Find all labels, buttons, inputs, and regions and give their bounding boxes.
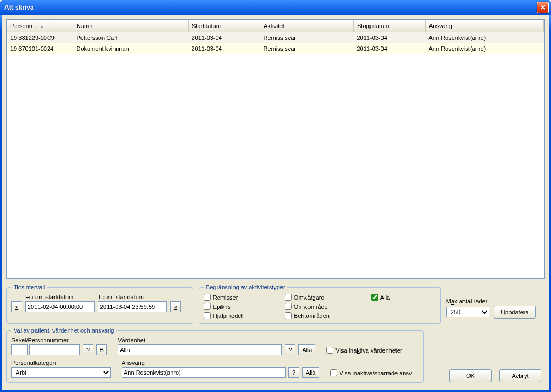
ansvarig-lookup-button[interactable]: ? (288, 367, 299, 378)
close-icon[interactable]: ✕ (537, 2, 549, 13)
sekel-label: Sekel/Personnummer (11, 337, 107, 343)
to-date-label: T.o.m. startdatum (98, 294, 167, 300)
chk-hjalpmedel[interactable]: Hjälpmedel (204, 312, 279, 319)
prev-interval-button[interactable]: < (11, 301, 22, 312)
sekel-input[interactable] (11, 344, 28, 355)
ansvarig-input[interactable] (122, 367, 286, 378)
personnummer-input[interactable] (29, 344, 80, 355)
table-row[interactable]: 19 331229-00C9 Pettersson Carl 2011-03-0… (7, 32, 544, 44)
max-rows-select[interactable]: 250 (446, 307, 489, 317)
col-namn[interactable]: Namn (73, 20, 189, 32)
chk-remisser[interactable]: Remisser (204, 294, 279, 301)
col-ansvarig[interactable]: Ansvarig (426, 20, 544, 32)
table-row[interactable]: 19 670101-0024 Dokument kvinnnan 2011-03… (7, 43, 544, 54)
data-grid[interactable]: Personn...▲ Namn Startdatum Aktivitet St… (6, 19, 545, 279)
sort-asc-icon: ▲ (39, 24, 44, 29)
ok-button[interactable]: OK (449, 369, 492, 382)
personalkategori-select[interactable]: Arbt (11, 367, 111, 378)
to-date-input[interactable] (98, 301, 167, 312)
ansvarig-alla-button[interactable]: Alla (302, 367, 319, 378)
vardenhet-lookup-button[interactable]: ? (285, 344, 295, 355)
vardenhet-input[interactable] (118, 344, 282, 355)
tidsintervall-legend: Tidsintervall (11, 284, 47, 290)
personnummer-b-button[interactable]: B (96, 344, 107, 355)
chk-epikris[interactable]: Epikris (204, 303, 279, 310)
max-rows-group: Max antal rader 250 Uppdatera (446, 281, 545, 324)
aktivitetstyper-group: Begränsning av aktivitetstyper Remisser … (199, 284, 441, 324)
chk-alla[interactable]: Alla (371, 294, 436, 301)
update-button[interactable]: Uppdatera (494, 306, 536, 319)
titlebar[interactable]: Att skriva ✕ (0, 0, 551, 15)
chk-beh-omraden[interactable]: Beh.områden (285, 312, 366, 319)
chk-visa-inaktiva-vardenheter[interactable]: Visa inaktiva vårdenheter (326, 347, 402, 355)
client-area: Personn...▲ Namn Startdatum Aktivitet St… (2, 15, 549, 390)
from-date-label: Fr.o.m. startdatum (25, 294, 95, 300)
vardenhet-alla-button[interactable]: Alla (298, 344, 315, 355)
window-frame: Att skriva ✕ Personn...▲ Namn Startdatum… (0, 0, 551, 392)
col-aktivitet[interactable]: Aktivitet (260, 20, 354, 32)
window-title: Att skriva (4, 4, 34, 11)
from-date-input[interactable] (25, 301, 95, 312)
ansvarig-label: Ansvarig (122, 360, 319, 366)
chk-visa-inaktiva-sparrade[interactable]: Visa inaktiva/spärrade ansv (330, 369, 412, 378)
aktivitetstyper-legend: Begränsning av aktivitetstyper (204, 284, 287, 290)
val-patient-group: Val av patient, vårdenhet och ansvarig S… (6, 327, 424, 383)
next-interval-button[interactable]: > (170, 301, 181, 312)
vardenhet-label: Vårdenhet (118, 337, 315, 343)
cancel-button[interactable]: Avbryt (499, 369, 541, 382)
chk-omv-omrade[interactable]: Omv.område (285, 303, 366, 310)
val-patient-legend: Val av patient, vårdenhet och ansvarig (11, 327, 116, 334)
personnummer-lookup-button[interactable]: ? (83, 344, 93, 355)
max-rows-label: Max antal rader (446, 298, 545, 305)
personalkategori-label: Personalkategori (11, 360, 111, 366)
tidsintervall-group: Tidsintervall < Fr.o.m. startdatum T.o.m… (6, 284, 193, 324)
chk-omv-atgard[interactable]: Omv.åtgärd (285, 294, 366, 301)
col-startdatum[interactable]: Startdatum (189, 20, 260, 32)
col-stoppdatum[interactable]: Stoppdatum (354, 20, 426, 32)
col-personnummer[interactable]: Personn...▲ (7, 20, 73, 32)
